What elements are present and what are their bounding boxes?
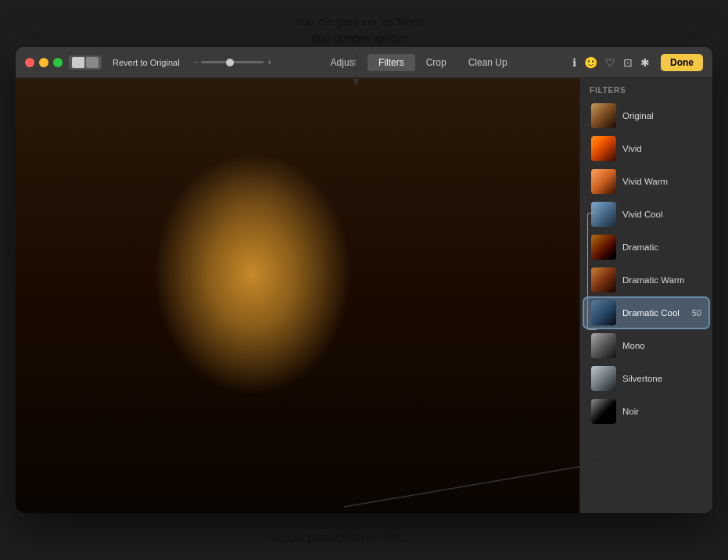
single-view-btn[interactable] [72, 57, 84, 68]
zoom-out-icon: − [194, 58, 199, 66]
photo-background [16, 78, 579, 513]
view-toggle [69, 56, 102, 70]
filter-label-silvertone: Silvertone [622, 374, 701, 383]
adjust-button[interactable]: Adjust [320, 54, 368, 71]
revert-button[interactable]: Revert to Original [108, 56, 185, 69]
filter-thumb-noir [591, 399, 616, 424]
traffic-lights [25, 58, 63, 67]
heart-icon[interactable]: ♡ [605, 56, 615, 69]
filter-item-noir[interactable]: Noir [583, 396, 709, 427]
more-icon[interactable]: ✱ [640, 56, 650, 69]
filter-thumb-vivid-warm [591, 169, 616, 194]
done-button[interactable]: Done [661, 54, 703, 71]
minimize-button[interactable] [39, 58, 48, 67]
filter-value-dramatic-cool: 50 [692, 308, 701, 318]
toolbar-nav: Adjust Filters Crop Clean Up [320, 54, 518, 71]
filter-item-vivid-warm[interactable]: Vivid Warm [583, 166, 709, 197]
filter-item-original[interactable]: Original [583, 100, 709, 131]
filter-label-original: Original [622, 111, 701, 120]
filter-label-mono: Mono [622, 341, 701, 350]
filter-thumb-vivid [591, 136, 616, 161]
cleanup-button[interactable]: Clean Up [457, 54, 518, 71]
photo-area [16, 78, 579, 513]
filter-label-noir: Noir [622, 407, 701, 416]
filter-item-silvertone[interactable]: Silvertone [583, 363, 709, 394]
toolbar-icons: ℹ 🙂 ♡ ⊡ ✱ [572, 56, 650, 69]
photo-overlay [16, 78, 579, 513]
filter-item-vivid-cool[interactable]: Vivid Cool [583, 199, 709, 230]
filters-header: FILTERS [580, 78, 712, 99]
filter-label-dramatic: Dramatic [622, 242, 701, 252]
annotation-bottom: Haz clic para aplicar un filtro. [242, 529, 430, 546]
filter-label-dramatic-warm: Dramatic Warm [622, 275, 701, 285]
filter-label-vivid: Vivid [622, 144, 701, 153]
titlebar: Revert to Original − + Adjust Filters Cr… [16, 47, 712, 78]
filter-label-dramatic-cool: Dramatic Cool [622, 308, 686, 318]
maximize-button[interactable] [53, 58, 63, 67]
close-button[interactable] [25, 58, 34, 67]
filter-label-vivid-warm: Vivid Warm [622, 177, 701, 186]
app-window: Revert to Original − + Adjust Filters Cr… [16, 47, 712, 513]
filter-item-vivid[interactable]: Vivid [583, 133, 709, 164]
filters-panel: FILTERS Original Vivid Vivid Warm [579, 78, 712, 513]
info-icon[interactable]: ℹ [572, 56, 576, 69]
zoom-slider-container: − + [194, 58, 272, 66]
annotation-top: Haz clic para ver los filtros que puedes… [274, 14, 446, 47]
filter-item-dramatic[interactable]: Dramatic [583, 232, 709, 263]
split-view-btn[interactable] [86, 57, 99, 68]
bracket-indicator [587, 213, 597, 330]
filter-thumb-original [591, 103, 616, 128]
zoom-thumb[interactable] [226, 59, 234, 66]
filter-item-mono[interactable]: Mono [583, 330, 709, 361]
filter-thumb-silvertone [591, 366, 616, 391]
zoom-in-icon: + [267, 58, 271, 66]
main-content: FILTERS Original Vivid Vivid Warm [16, 78, 712, 513]
filter-thumb-mono [591, 333, 616, 358]
emoji-icon[interactable]: 🙂 [584, 56, 597, 69]
filter-item-dramatic-warm[interactable]: Dramatic Warm [583, 264, 709, 296]
filter-item-dramatic-cool[interactable]: Dramatic Cool 50 [583, 297, 709, 328]
share-icon[interactable]: ⊡ [623, 56, 633, 69]
filter-label-vivid-cool: Vivid Cool [622, 210, 701, 219]
zoom-track[interactable] [201, 61, 264, 63]
filters-button[interactable]: Filters [368, 54, 415, 71]
crop-button[interactable]: Crop [415, 54, 457, 71]
